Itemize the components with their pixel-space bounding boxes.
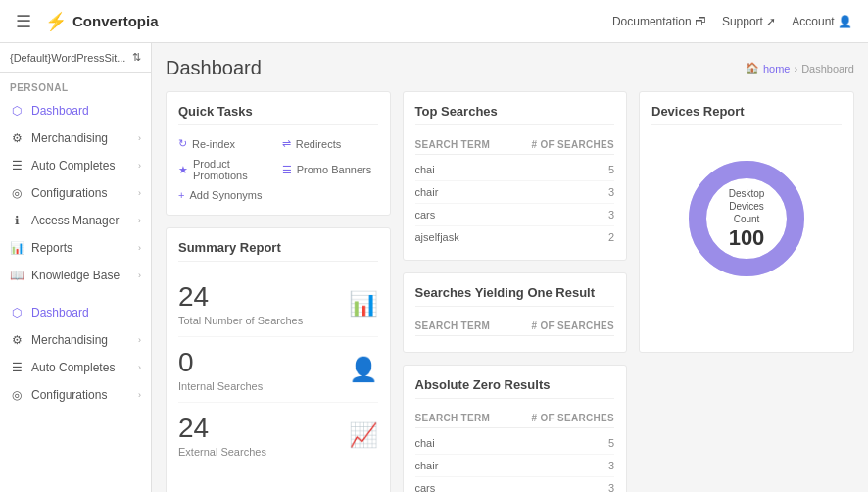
summary-chart-icon: 📊 bbox=[349, 290, 378, 318]
product-promotions-icon: ★ bbox=[178, 164, 188, 176]
add-synonyms-icon: + bbox=[178, 189, 184, 201]
searches-yielding-table: SEARCH TERM # OF SEARCHES bbox=[415, 317, 615, 336]
merchandising2-icon: ⚙ bbox=[10, 333, 24, 347]
quick-tasks-title: Quick Tasks bbox=[178, 104, 378, 125]
account-link[interactable]: Account 👤 bbox=[792, 15, 852, 28]
sidebar-item-configurations2[interactable]: ◎ Configurations › bbox=[0, 381, 151, 409]
sidebar-label-autocompletes: Auto Completes bbox=[31, 159, 115, 172]
task-add-synonyms[interactable]: + Add Synonyms bbox=[178, 187, 274, 203]
summary-label-internal: Internal Searches bbox=[178, 380, 263, 392]
chevron-icon: › bbox=[138, 188, 141, 198]
searches-yielding-card: Searches Yielding One Result SEARCH TERM… bbox=[403, 272, 628, 353]
col-search-term2: SEARCH TERM bbox=[415, 320, 491, 331]
hamburger-menu[interactable]: ☰ bbox=[16, 11, 31, 32]
table-row: chair 3 bbox=[415, 455, 615, 477]
site-selector[interactable]: {Default}WordPressSit... ⇅ bbox=[0, 43, 151, 73]
redirects-icon: ⇌ bbox=[282, 137, 291, 150]
sidebar-item-autocompletes[interactable]: ☰ Auto Completes › bbox=[0, 152, 151, 179]
documentation-link[interactable]: Documentation 🗗 bbox=[612, 15, 706, 28]
col-search-term3: SEARCH TERM bbox=[415, 413, 491, 423]
summary-report-card: Summary Report 24 Total Number of Search… bbox=[166, 227, 391, 492]
searches-yielding-title: Searches Yielding One Result bbox=[415, 285, 615, 307]
nav-left: ☰ ⚡ Convertopia bbox=[16, 11, 159, 32]
col-num-searches3: # OF SEARCHES bbox=[532, 413, 614, 423]
summary-item-internal: 0 Internal Searches 👤 bbox=[178, 337, 378, 403]
table-row: ajselfjask 2 bbox=[415, 226, 615, 248]
sidebar-label-merchandising: Merchandising bbox=[31, 131, 108, 145]
sidebar-item-dashboard2[interactable]: ⬡ Dashboard bbox=[0, 299, 151, 326]
summary-person-icon: 👤 bbox=[349, 356, 378, 383]
sidebar-item-dashboard[interactable]: ⬡ Dashboard bbox=[0, 97, 151, 124]
sidebar-label-access-manager: Access Manager bbox=[31, 214, 119, 227]
reindex-icon: ↻ bbox=[178, 137, 187, 150]
layout: {Default}WordPressSit... ⇅ PERSONAL ⬡ Da… bbox=[0, 43, 868, 492]
page-title: Dashboard bbox=[166, 57, 262, 79]
reports-icon: 📊 bbox=[10, 241, 24, 255]
breadcrumb-home-link[interactable]: home bbox=[763, 63, 791, 74]
sidebar-item-access-manager[interactable]: ℹ Access Manager › bbox=[0, 207, 151, 234]
sidebar-label-merchandising2: Merchandising bbox=[31, 333, 108, 347]
breadcrumb-current: Dashboard bbox=[801, 63, 854, 74]
summary-item-external: 24 External Searches 📈 bbox=[178, 403, 378, 467]
dashboard-grid: Quick Tasks ↻ Re-index ⇌ Redirects ★ Pro… bbox=[166, 91, 854, 492]
task-promo-banners[interactable]: ☰ Promo Banners bbox=[282, 156, 378, 183]
top-navigation: ☰ ⚡ Convertopia Documentation 🗗 Support … bbox=[0, 0, 868, 43]
task-redirects[interactable]: ⇌ Redirects bbox=[282, 135, 378, 152]
task-product-promotions-label: Product Promotions bbox=[193, 158, 274, 181]
quick-tasks-grid: ↻ Re-index ⇌ Redirects ★ Product Promoti… bbox=[178, 135, 378, 203]
zero-results-title: Absolute Zero Results bbox=[415, 377, 615, 399]
zero-results-header: SEARCH TERM # OF SEARCHES bbox=[415, 409, 615, 428]
sidebar-item-reports[interactable]: 📊 Reports › bbox=[0, 234, 151, 262]
top-searches-table: SEARCH TERM # OF SEARCHES chai 5 chair 3… bbox=[415, 135, 615, 248]
configurations2-icon: ◎ bbox=[10, 388, 24, 402]
col-num-searches2: # OF SEARCHES bbox=[532, 320, 614, 331]
table-row: chai 5 bbox=[415, 432, 615, 455]
summary-label-total: Total Number of Searches bbox=[178, 315, 303, 326]
task-reindex[interactable]: ↻ Re-index bbox=[178, 135, 274, 152]
dashboard2-icon: ⬡ bbox=[10, 306, 24, 320]
logo: ⚡ Convertopia bbox=[45, 11, 159, 32]
table-row: cars 3 bbox=[415, 477, 615, 492]
donut-label: Desktop Devices Count bbox=[715, 187, 779, 225]
sidebar-label-knowledge-base: Knowledge Base bbox=[31, 269, 120, 282]
sidebar-label-autocompletes2: Auto Completes bbox=[31, 361, 115, 374]
sidebar-item-merchandising2[interactable]: ⚙ Merchandising › bbox=[0, 326, 151, 354]
top-searches-header: SEARCH TERM # OF SEARCHES bbox=[415, 135, 615, 155]
task-product-promotions[interactable]: ★ Product Promotions bbox=[178, 156, 274, 183]
col-num-searches: # OF SEARCHES bbox=[532, 139, 614, 150]
task-redirects-label: Redirects bbox=[296, 138, 341, 150]
summary-label-external: External Searches bbox=[178, 446, 266, 458]
logo-icon: ⚡ bbox=[45, 11, 67, 32]
sidebar-label-dashboard2: Dashboard bbox=[31, 306, 89, 320]
searches-yielding-header: SEARCH TERM # OF SEARCHES bbox=[415, 317, 615, 336]
sidebar-item-merchandising[interactable]: ⚙ Merchandising › bbox=[0, 124, 151, 152]
support-link[interactable]: Support ➚ bbox=[722, 15, 776, 28]
main-content: Dashboard 🏠 home › Dashboard Quick Tasks… bbox=[152, 43, 868, 492]
sidebar-item-knowledge-base[interactable]: 📖 Knowledge Base › bbox=[0, 262, 151, 289]
merchandising-icon: ⚙ bbox=[10, 131, 24, 145]
summary-number-internal: 0 bbox=[178, 347, 263, 378]
devices-report-card: Devices Report Desktop Devices Count 100 bbox=[639, 91, 854, 353]
autocompletes-icon: ☰ bbox=[10, 159, 24, 172]
chevron-icon: › bbox=[138, 161, 141, 171]
sidebar-item-autocompletes2[interactable]: ☰ Auto Completes › bbox=[0, 354, 151, 381]
summary-item-total: 24 Total Number of Searches 📊 bbox=[178, 271, 378, 337]
task-reindex-label: Re-index bbox=[192, 138, 235, 150]
sidebar: {Default}WordPressSit... ⇅ PERSONAL ⬡ Da… bbox=[0, 43, 152, 492]
site-selector-icon: ⇅ bbox=[132, 51, 141, 64]
knowledge-base-icon: 📖 bbox=[10, 269, 24, 282]
devices-title: Devices Report bbox=[651, 104, 842, 125]
chevron-icon: › bbox=[138, 363, 141, 372]
summary-pie-icon: 📈 bbox=[349, 421, 378, 449]
sidebar-item-configurations[interactable]: ◎ Configurations › bbox=[0, 179, 151, 207]
chevron-icon: › bbox=[138, 390, 141, 400]
sidebar-label-configurations2: Configurations bbox=[31, 388, 107, 402]
zero-results-card: Absolute Zero Results SEARCH TERM # OF S… bbox=[403, 365, 628, 492]
summary-number-external: 24 bbox=[178, 413, 266, 444]
promo-banners-icon: ☰ bbox=[282, 164, 292, 176]
chevron-icon: › bbox=[138, 216, 141, 225]
table-row: chair 3 bbox=[415, 181, 615, 204]
top-searches-card: Top Searches SEARCH TERM # OF SEARCHES c… bbox=[403, 91, 628, 261]
sidebar-label-dashboard: Dashboard bbox=[31, 104, 89, 118]
autocompletes2-icon: ☰ bbox=[10, 361, 24, 374]
